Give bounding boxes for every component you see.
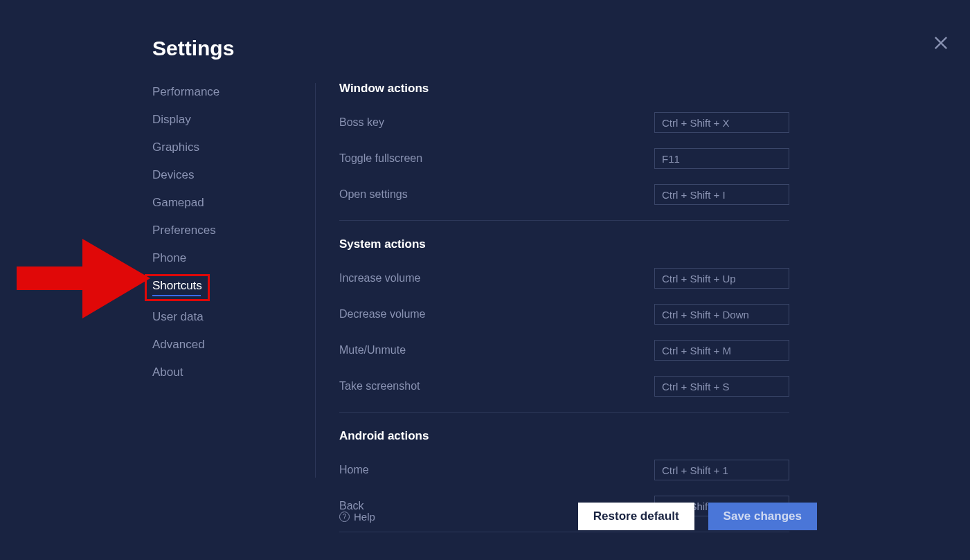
shortcut-row-open-settings: Open settings Ctrl + Shift + I: [339, 184, 789, 205]
shortcut-input-screenshot[interactable]: Ctrl + Shift + S: [654, 376, 789, 397]
page-title: Settings: [152, 37, 234, 60]
close-button[interactable]: [931, 33, 951, 53]
section-title-window: Window actions: [339, 82, 789, 96]
shortcut-input-boss-key[interactable]: Ctrl + Shift + X: [654, 112, 789, 133]
shortcut-input-fullscreen[interactable]: F11: [654, 148, 789, 169]
shortcut-row-screenshot: Take screenshot Ctrl + Shift + S: [339, 376, 789, 397]
sidebar-item-about[interactable]: About: [152, 365, 183, 379]
sidebar-item-performance[interactable]: Performance: [152, 85, 219, 99]
save-changes-button[interactable]: Save changes: [708, 503, 817, 530]
section-title-android: Android actions: [339, 429, 789, 443]
sidebar-item-display[interactable]: Display: [152, 113, 191, 127]
shortcut-label: Mute/Unmute: [339, 344, 654, 356]
footer: ? Help Restore default Save changes: [339, 503, 817, 530]
shortcut-input-dec-volume[interactable]: Ctrl + Shift + Down: [654, 304, 789, 325]
divider: [339, 532, 789, 532]
active-underline: [152, 295, 201, 296]
sidebar: Performance Display Graphics Devices Gam…: [152, 85, 291, 379]
sidebar-item-phone[interactable]: Phone: [152, 251, 186, 265]
shortcut-row-dec-volume: Decrease volume Ctrl + Shift + Down: [339, 304, 789, 325]
annotation-arrow: [17, 239, 150, 318]
shortcut-label: Home: [339, 464, 654, 476]
sidebar-item-label: Shortcuts: [152, 279, 202, 292]
shortcut-label: Boss key: [339, 116, 654, 129]
sidebar-item-advanced[interactable]: Advanced: [152, 338, 205, 352]
divider: [315, 83, 316, 478]
sidebar-item-gamepad[interactable]: Gamepad: [152, 196, 204, 210]
shortcut-label: Decrease volume: [339, 308, 654, 320]
sidebar-item-user-data[interactable]: User data: [152, 310, 204, 324]
shortcut-input-mute[interactable]: Ctrl + Shift + M: [654, 340, 789, 361]
section-title-system: System actions: [339, 237, 789, 251]
shortcut-input-inc-volume[interactable]: Ctrl + Shift + Up: [654, 268, 789, 289]
shortcut-label: Toggle fullscreen: [339, 152, 654, 165]
shortcut-label: Take screenshot: [339, 380, 654, 392]
close-icon: [931, 33, 951, 53]
restore-default-button[interactable]: Restore default: [578, 503, 694, 530]
shortcut-row-inc-volume: Increase volume Ctrl + Shift + Up: [339, 268, 789, 289]
help-link[interactable]: ? Help: [339, 511, 375, 523]
shortcut-row-boss-key: Boss key Ctrl + Shift + X: [339, 112, 789, 133]
divider: [339, 220, 789, 221]
shortcut-input-home[interactable]: Ctrl + Shift + 1: [654, 460, 789, 480]
sidebar-item-graphics[interactable]: Graphics: [152, 141, 199, 154]
help-icon: ?: [339, 512, 350, 522]
shortcut-label: Open settings: [339, 188, 654, 201]
help-label: Help: [354, 511, 375, 523]
shortcut-row-mute: Mute/Unmute Ctrl + Shift + M: [339, 340, 789, 361]
svg-marker-0: [17, 239, 150, 318]
divider: [339, 412, 789, 413]
sidebar-item-shortcuts[interactable]: Shortcuts: [145, 274, 210, 301]
sidebar-item-devices[interactable]: Devices: [152, 168, 194, 182]
shortcut-row-home: Home Ctrl + Shift + 1: [339, 460, 789, 480]
sidebar-item-preferences[interactable]: Preferences: [152, 224, 216, 237]
main-content: Window actions Boss key Ctrl + Shift + X…: [339, 82, 789, 549]
shortcut-input-open-settings[interactable]: Ctrl + Shift + I: [654, 184, 789, 205]
shortcut-row-fullscreen: Toggle fullscreen F11: [339, 148, 789, 169]
shortcut-label: Increase volume: [339, 272, 654, 284]
